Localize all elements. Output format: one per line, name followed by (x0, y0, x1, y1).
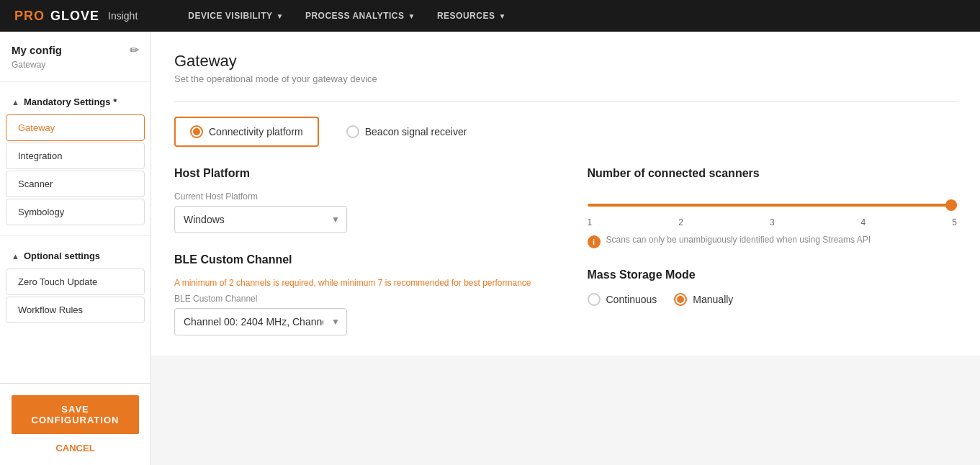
host-platform-section: Host Platform Current Host Platform Wind… (174, 167, 544, 233)
sidebar-item-integration[interactable]: Integration (6, 143, 145, 169)
mass-storage-section: Mass Storage Mode Continuous Manually (588, 268, 958, 306)
cancel-button[interactable]: CANCEL (12, 443, 139, 453)
host-platform-label: Current Host Platform (174, 191, 544, 202)
slider-tick-5: 5 (952, 217, 957, 227)
optional-section-header[interactable]: ▲ Optional settings (0, 245, 150, 267)
ble-section-title: BLE Custom Channel (174, 253, 544, 266)
continuous-label: Continuous (606, 294, 657, 305)
manually-label: Manually (693, 294, 733, 305)
nav-resources[interactable]: RESOURCES ▼ (437, 11, 506, 21)
optional-section-label: Optional settings (24, 250, 100, 261)
chevron-icon: ▲ (12, 252, 19, 261)
page-subtitle: Set the operational mode of your gateway… (174, 73, 957, 84)
page-title: Gateway (174, 52, 957, 71)
optional-section: ▲ Optional settings Zero Touch Update Wo… (0, 239, 150, 330)
chevron-down-icon: ▼ (408, 12, 415, 20)
mandatory-section-label: Mandatory Settings * (24, 96, 117, 107)
slider-tick-4: 4 (861, 217, 866, 227)
layout: My config ✏ Gateway ▲ Mandatory Settings… (0, 32, 980, 465)
left-column: Host Platform Current Host Platform Wind… (174, 167, 544, 335)
nav-process-analytics[interactable]: PROCESS ANALYTICS ▼ (305, 11, 415, 21)
sidebar-config-title: My config (12, 44, 62, 56)
mandatory-section-header[interactable]: ▲ Mandatory Settings * (0, 91, 150, 113)
host-platform-select[interactable]: Windows Linux Mac OS (174, 206, 347, 233)
brand-glove: GLOVE (50, 9, 99, 24)
slider-tick-1: 1 (588, 217, 593, 227)
beacon-radio-circle (346, 125, 359, 138)
manually-option[interactable]: Manually (674, 293, 733, 306)
scanners-title: Number of connected scanners (588, 167, 958, 180)
sidebar-header: My config ✏ (0, 32, 150, 60)
edit-icon[interactable]: ✏ (130, 43, 139, 57)
sidebar: My config ✏ Gateway ▲ Mandatory Settings… (0, 32, 151, 465)
continuous-radio-circle (588, 293, 601, 306)
save-configuration-button[interactable]: SAVE CONFIGURATION (12, 395, 139, 434)
divider (0, 81, 150, 82)
slider-labels: 1 2 3 4 5 (588, 217, 958, 227)
host-platform-title: Host Platform (174, 167, 544, 180)
connectivity-label: Connectivity platform (209, 126, 303, 137)
ble-channel-select[interactable]: Channel 00: 2404 MHz, Channel 01: 2406 M… (174, 308, 347, 335)
chevron-icon: ▲ (12, 98, 19, 107)
divider (0, 235, 150, 236)
slider-info-box: i Scans can only be unambiguously identi… (588, 235, 958, 248)
main-inner: Gateway Set the operational mode of your… (151, 32, 980, 356)
main-content: Gateway Set the operational mode of your… (151, 32, 980, 465)
ble-channel-label: BLE Custom Channel (174, 294, 544, 304)
connectivity-platform-option[interactable]: Connectivity platform (174, 117, 319, 147)
sidebar-item-symbology[interactable]: Symbology (6, 199, 145, 225)
scanners-slider[interactable] (588, 204, 958, 207)
beacon-label: Beacon signal receiver (365, 126, 467, 137)
mode-radio-group: Connectivity platform Beacon signal rece… (174, 117, 957, 147)
mass-storage-title: Mass Storage Mode (588, 268, 958, 281)
connectivity-radio-circle (190, 125, 203, 138)
sidebar-item-scanner[interactable]: Scanner (6, 171, 145, 197)
sidebar-actions: SAVE CONFIGURATION CANCEL (0, 383, 150, 465)
continuous-option[interactable]: Continuous (588, 293, 657, 306)
sidebar-item-zero-touch[interactable]: Zero Touch Update (6, 268, 145, 295)
beacon-signal-option[interactable]: Beacon signal receiver (331, 117, 483, 147)
ble-note: A minimum of 2 channels is required, whi… (174, 278, 544, 288)
ble-channel-select-wrapper: Channel 00: 2404 MHz, Channel 01: 2406 M… (174, 308, 347, 335)
right-column: Number of connected scanners 1 2 3 4 5 (588, 167, 958, 335)
sidebar-item-workflow-rules[interactable]: Workflow Rules (6, 297, 145, 323)
brand-logo: PROGLOVE Insight (14, 9, 138, 24)
chevron-down-icon: ▼ (276, 12, 283, 20)
manually-radio-circle (674, 293, 687, 306)
info-icon: i (588, 235, 601, 248)
two-col-layout: Host Platform Current Host Platform Wind… (174, 167, 957, 335)
topnav: PROGLOVE Insight DEVICE VISIBILITY ▼ PRO… (0, 0, 980, 32)
scanners-section: Number of connected scanners 1 2 3 4 5 (588, 167, 958, 248)
brand-pro: PRO (14, 9, 45, 24)
slider-tick-2: 2 (678, 217, 683, 227)
mandatory-section: ▲ Mandatory Settings * Gateway Integrati… (0, 85, 150, 232)
ble-section: BLE Custom Channel A minimum of 2 channe… (174, 253, 544, 335)
slider-tick-3: 3 (770, 217, 775, 227)
host-platform-select-wrapper: Windows Linux Mac OS ▼ (174, 206, 347, 233)
slider-info-text: Scans can only be unambiguously identifi… (606, 235, 871, 245)
mass-storage-radio-group: Continuous Manually (588, 293, 958, 306)
nav-device-visibility[interactable]: DEVICE VISIBILITY ▼ (188, 11, 284, 21)
section-divider (174, 101, 957, 102)
sidebar-config-subtitle: Gateway (0, 60, 150, 78)
chevron-down-icon: ▼ (498, 12, 505, 20)
brand-insight: Insight (108, 10, 138, 22)
sidebar-item-gateway[interactable]: Gateway (6, 114, 145, 141)
topnav-menu: DEVICE VISIBILITY ▼ PROCESS ANALYTICS ▼ … (188, 11, 506, 21)
